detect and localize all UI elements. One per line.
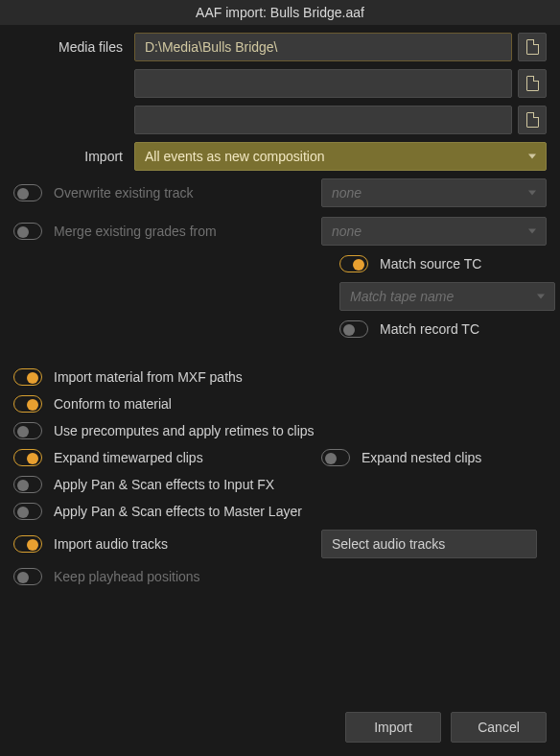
- import-mxf-label: Import material from MXF paths: [54, 369, 243, 386]
- merge-grades-toggle[interactable]: [13, 223, 42, 240]
- panscan-input-toggle[interactable]: [13, 476, 42, 493]
- panscan-input-label: Apply Pan & Scan effects to Input FX: [54, 477, 274, 493]
- import-button[interactable]: Import: [345, 712, 441, 743]
- overwrite-track-toggle[interactable]: [13, 184, 42, 201]
- button-bar: Import Cancel: [13, 712, 547, 743]
- media-path-1-input[interactable]: [134, 33, 512, 61]
- cancel-button[interactable]: Cancel: [451, 712, 547, 743]
- overwrite-track-label: Overwrite existing track: [54, 185, 193, 201]
- import-audio-toggle[interactable]: [13, 535, 42, 553]
- match-source-tc-label: Match source TC: [380, 256, 481, 272]
- aaf-import-dialog: AAF import: Bulls Bridge.aaf Media files: [0, 0, 560, 756]
- import-label: Import: [13, 149, 134, 164]
- browse-path-2-button[interactable]: [518, 69, 547, 98]
- overwrite-track-select[interactable]: none: [321, 178, 547, 207]
- expand-nested-label: Expand nested clips: [362, 450, 481, 466]
- precomputes-toggle[interactable]: [13, 422, 42, 439]
- select-audio-tracks-button[interactable]: Select audio tracks: [321, 530, 537, 558]
- precomputes-label: Use precomputes and apply retimes to cli…: [54, 423, 315, 439]
- keep-playhead-label: Keep playhead positions: [54, 569, 200, 585]
- match-tape-name-select[interactable]: Match tape name: [339, 282, 555, 311]
- browse-path-1-button[interactable]: [518, 33, 547, 61]
- conform-label: Conform to material: [54, 396, 172, 413]
- match-record-tc-label: Match record TC: [380, 321, 479, 338]
- merge-grades-label: Merge existing grades from: [54, 224, 217, 240]
- panscan-master-label: Apply Pan & Scan effects to Master Layer: [54, 504, 302, 520]
- media-path-3-input[interactable]: [134, 106, 512, 134]
- import-mode-select[interactable]: All events as new composition: [134, 142, 547, 171]
- import-audio-label: Import audio tracks: [54, 536, 168, 553]
- merge-grades-select[interactable]: none: [321, 217, 547, 246]
- match-source-tc-toggle[interactable]: [339, 255, 368, 272]
- import-mxf-toggle[interactable]: [13, 368, 42, 386]
- media-path-2-input[interactable]: [134, 69, 512, 98]
- panscan-master-toggle[interactable]: [13, 503, 42, 520]
- file-icon: [526, 39, 539, 55]
- window-title: AAF import: Bulls Bridge.aaf: [0, 0, 560, 25]
- file-icon: [526, 112, 539, 128]
- keep-playhead-toggle[interactable]: [13, 568, 42, 585]
- expand-timewarped-label: Expand timewarped clips: [54, 450, 203, 466]
- dialog-content: Media files: [0, 25, 560, 756]
- file-icon: [526, 76, 539, 91]
- expand-timewarped-toggle[interactable]: [13, 449, 42, 466]
- expand-nested-toggle[interactable]: [321, 449, 350, 466]
- conform-toggle[interactable]: [13, 395, 42, 413]
- browse-path-3-button[interactable]: [518, 106, 547, 134]
- match-record-tc-toggle[interactable]: [339, 320, 368, 338]
- media-files-label: Media files: [13, 39, 134, 55]
